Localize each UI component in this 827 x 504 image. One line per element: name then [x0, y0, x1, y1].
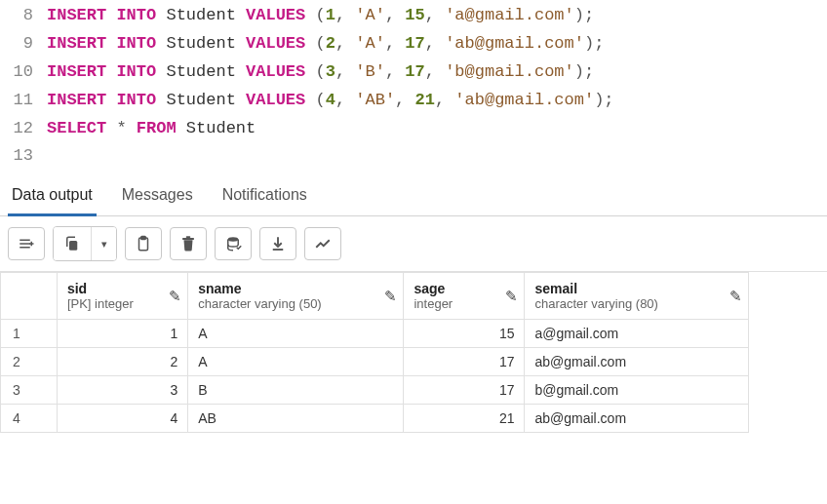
cell-sid[interactable]: 1 [57, 320, 187, 348]
code-line[interactable]: 8INSERT INTO Student VALUES (1, 'A', 15,… [0, 2, 827, 30]
column-header-sid[interactable]: sid[PK] integer✎ [57, 273, 187, 320]
line-number: 13 [0, 142, 47, 171]
cell-sname[interactable]: A [188, 320, 404, 348]
code-line[interactable]: 11INSERT INTO Student VALUES (4, 'AB', 2… [0, 87, 827, 115]
pencil-icon[interactable]: ✎ [729, 288, 742, 305]
tab-notifications[interactable]: Notifications [218, 178, 311, 216]
delete-button[interactable] [170, 227, 207, 260]
row-number: 4 [1, 405, 58, 433]
line-number: 12 [0, 115, 47, 143]
code-content[interactable]: INSERT INTO Student VALUES (4, 'AB', 21,… [47, 87, 827, 115]
row-number: 3 [1, 376, 58, 405]
row-number: 1 [1, 320, 58, 348]
cell-sage[interactable]: 17 [404, 376, 525, 405]
svg-point-10 [228, 238, 239, 243]
table-row[interactable]: 33B17b@gmail.com [1, 376, 749, 405]
copy-button[interactable] [54, 227, 91, 260]
svg-rect-9 [186, 236, 191, 238]
code-content[interactable]: INSERT INTO Student VALUES (3, 'B', 17, … [47, 58, 827, 87]
sql-editor[interactable]: 8INSERT INTO Student VALUES (1, 'A', 15,… [0, 0, 827, 178]
column-header-sage[interactable]: sageinteger✎ [404, 273, 525, 320]
column-header-semail[interactable]: semailcharacter varying (80)✎ [525, 273, 749, 320]
pencil-icon[interactable]: ✎ [169, 288, 181, 305]
cell-sage[interactable]: 21 [404, 405, 525, 433]
cell-semail[interactable]: a@gmail.com [525, 320, 749, 348]
tab-data-output[interactable]: Data output [8, 178, 97, 216]
table-row[interactable]: 44AB21ab@gmail.com [1, 405, 749, 433]
result-toolbar: ▾ [0, 216, 827, 271]
cell-sname[interactable]: A [188, 348, 404, 376]
cell-sid[interactable]: 3 [57, 376, 187, 405]
copy-group: ▾ [53, 226, 117, 261]
line-number: 9 [0, 30, 47, 58]
paste-button[interactable] [125, 227, 162, 260]
save-data-button[interactable] [215, 227, 252, 260]
cell-sage[interactable]: 15 [404, 320, 525, 348]
cell-semail[interactable]: b@gmail.com [525, 376, 749, 405]
chevron-down-icon: ▾ [101, 238, 107, 251]
row-number: 2 [1, 348, 58, 376]
code-line[interactable]: 12SELECT * FROM Student [0, 115, 827, 143]
data-grid[interactable]: sid[PK] integer✎snamecharacter varying (… [0, 271, 827, 433]
result-tabs: Data outputMessagesNotifications [0, 178, 827, 216]
code-line[interactable]: 13 [0, 142, 827, 171]
svg-rect-7 [141, 237, 146, 240]
pencil-icon[interactable]: ✎ [384, 288, 397, 305]
line-number: 8 [0, 2, 47, 30]
row-number-header [1, 273, 58, 320]
chart-button[interactable] [304, 227, 341, 260]
cell-semail[interactable]: ab@gmail.com [525, 348, 749, 376]
table-row[interactable]: 22A17ab@gmail.com [1, 348, 749, 376]
cell-sid[interactable]: 4 [57, 405, 187, 433]
column-header-sname[interactable]: snamecharacter varying (50)✎ [188, 273, 404, 320]
pencil-icon[interactable]: ✎ [505, 288, 518, 305]
code-content[interactable]: SELECT * FROM Student [47, 115, 827, 143]
cell-semail[interactable]: ab@gmail.com [525, 405, 749, 433]
copy-dropdown-button[interactable]: ▾ [91, 227, 116, 260]
code-line[interactable]: 9INSERT INTO Student VALUES (2, 'A', 17,… [0, 30, 827, 58]
svg-rect-5 [69, 241, 77, 251]
download-button[interactable] [259, 227, 296, 260]
line-number: 11 [0, 87, 47, 115]
add-row-button[interactable] [8, 227, 45, 260]
code-content[interactable]: INSERT INTO Student VALUES (2, 'A', 17, … [47, 30, 827, 58]
tab-messages[interactable]: Messages [118, 178, 197, 216]
cell-sage[interactable]: 17 [404, 348, 525, 376]
cell-sid[interactable]: 2 [57, 348, 187, 376]
code-content[interactable]: INSERT INTO Student VALUES (1, 'A', 15, … [47, 2, 827, 30]
table-row[interactable]: 11A15a@gmail.com [1, 320, 749, 348]
cell-sname[interactable]: B [188, 376, 404, 405]
svg-rect-8 [182, 238, 194, 240]
line-number: 10 [0, 58, 47, 87]
code-line[interactable]: 10INSERT INTO Student VALUES (3, 'B', 17… [0, 58, 827, 87]
cell-sname[interactable]: AB [188, 405, 404, 433]
